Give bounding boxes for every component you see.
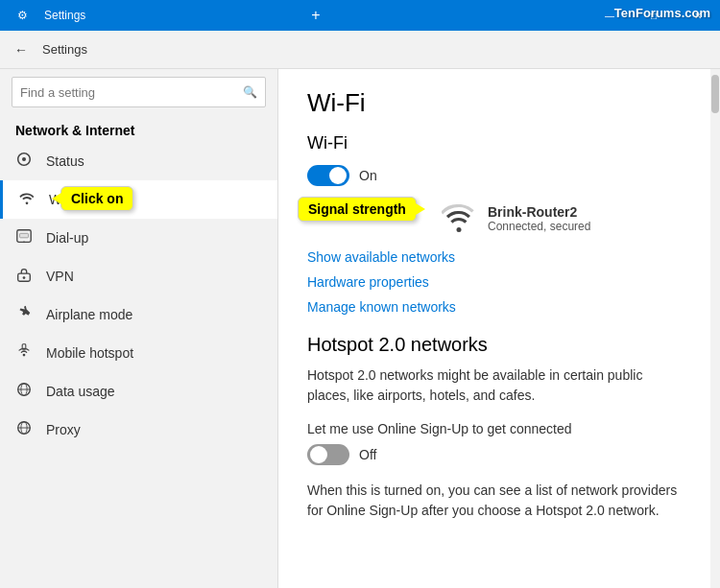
wifi-section-heading: Wi-Fi <box>307 133 682 153</box>
manage-known-networks-link[interactable]: Manage known networks <box>307 299 682 315</box>
signup-toggle[interactable] <box>307 444 349 465</box>
wifi-toggle-knob <box>329 167 347 184</box>
sidebar-section-title: Network & Internet <box>0 115 277 142</box>
back-button[interactable]: ← <box>8 36 35 63</box>
svg-point-5 <box>23 276 26 279</box>
svg-point-2 <box>23 241 25 243</box>
svg-rect-3 <box>20 233 29 238</box>
wifi-toggle-label: On <box>359 168 377 183</box>
page-title: Wi-Fi <box>307 88 682 118</box>
wifi-toggle[interactable] <box>307 165 349 186</box>
sidebar-item-mobilehotspot-label: Mobile hotspot <box>46 345 133 361</box>
vpn-icon <box>15 266 35 287</box>
search-icon: 🔍 <box>243 85 257 99</box>
content-area: 🔍 Network & Internet Status <box>0 69 720 588</box>
back-icon: ← <box>14 42 28 58</box>
new-tab-button[interactable]: + <box>300 0 331 31</box>
signup-toggle-row: Off <box>307 444 682 465</box>
tooltip-arrow <box>52 193 61 204</box>
sidebar-item-proxy-label: Proxy <box>46 422 81 437</box>
dialup-icon <box>15 227 35 248</box>
sidebar-item-vpn-label: VPN <box>46 269 74 284</box>
minimize-button[interactable]: — <box>588 0 632 31</box>
mobilehotspot-icon <box>15 342 35 364</box>
sidebar-item-proxy[interactable]: Proxy <box>0 411 277 449</box>
navbar: ← Settings <box>0 31 720 69</box>
sidebar-item-status-label: Status <box>46 153 84 169</box>
show-networks-link[interactable]: Show available networks <box>307 249 682 265</box>
signup-toggle-label: Off <box>359 447 376 462</box>
network-wifi-icon <box>442 201 476 236</box>
scrollbar-track[interactable] <box>710 69 720 588</box>
datausage-icon <box>15 381 35 402</box>
scrollbar-thumb[interactable] <box>711 75 719 113</box>
sidebar-item-wifi[interactable]: Wi-Fi Click on <box>0 180 277 219</box>
titlebar: ⚙ Settings + TenForums.com — □ ✕ <box>0 0 720 31</box>
hotspot-note: When this is turned on, you can see a li… <box>307 481 682 521</box>
sidebar-item-dialup-label: Dial-up <box>46 230 88 246</box>
sidebar: 🔍 Network & Internet Status <box>0 69 278 588</box>
maximize-button[interactable]: □ <box>632 0 676 31</box>
sidebar-item-mobilehotspot[interactable]: Mobile hotspot <box>0 334 277 372</box>
sidebar-item-dialup[interactable]: Dial-up <box>0 219 277 257</box>
proxy-icon <box>15 419 35 440</box>
search-box[interactable]: 🔍 <box>12 77 266 107</box>
sidebar-item-datausage[interactable]: Data usage <box>0 372 277 411</box>
app-icon: ⚙ <box>0 9 44 22</box>
airplane-icon <box>15 304 35 325</box>
close-button[interactable]: ✕ <box>676 0 720 31</box>
signup-toggle-knob <box>310 446 327 463</box>
signal-tooltip-arrow <box>416 203 425 215</box>
network-item[interactable]: Signal strength Brink-Router2 Connected,… <box>307 201 682 236</box>
hotspot-section-title: Hotspot 2.0 networks <box>307 334 682 356</box>
sidebar-item-airplane-label: Airplane mode <box>46 307 132 322</box>
signal-strength-tooltip: Signal strength <box>298 197 417 222</box>
sidebar-item-vpn[interactable]: VPN <box>0 257 277 295</box>
sidebar-item-datausage-label: Data usage <box>46 384 115 399</box>
signup-label: Let me use Online Sign-Up to get connect… <box>307 421 682 436</box>
hardware-properties-link[interactable]: Hardware properties <box>307 274 682 290</box>
main-panel: Wi-Fi Wi-Fi On Signal strength <box>278 69 710 588</box>
network-info: Brink-Router2 Connected, secured <box>488 204 590 233</box>
network-status: Connected, secured <box>488 220 590 233</box>
click-on-tooltip: Click on <box>60 186 133 211</box>
window-controls: — □ ✕ <box>588 0 720 31</box>
app-container: ← Settings 🔍 Network & Internet <box>0 31 720 588</box>
svg-point-0 <box>22 157 26 161</box>
sidebar-item-status[interactable]: Status <box>0 142 277 180</box>
network-name: Brink-Router2 <box>488 204 590 220</box>
nav-title: Settings <box>42 42 87 57</box>
wifi-toggle-row: On <box>307 165 682 186</box>
wifi-sidebar-icon <box>18 189 37 210</box>
hotspot-desc: Hotspot 2.0 networks might be available … <box>307 365 682 406</box>
status-icon <box>15 151 35 172</box>
search-input[interactable] <box>20 85 243 100</box>
window-title: Settings <box>44 9 300 22</box>
settings-gear-icon: ⚙ <box>17 9 28 22</box>
sidebar-item-airplane[interactable]: Airplane mode <box>0 295 277 334</box>
